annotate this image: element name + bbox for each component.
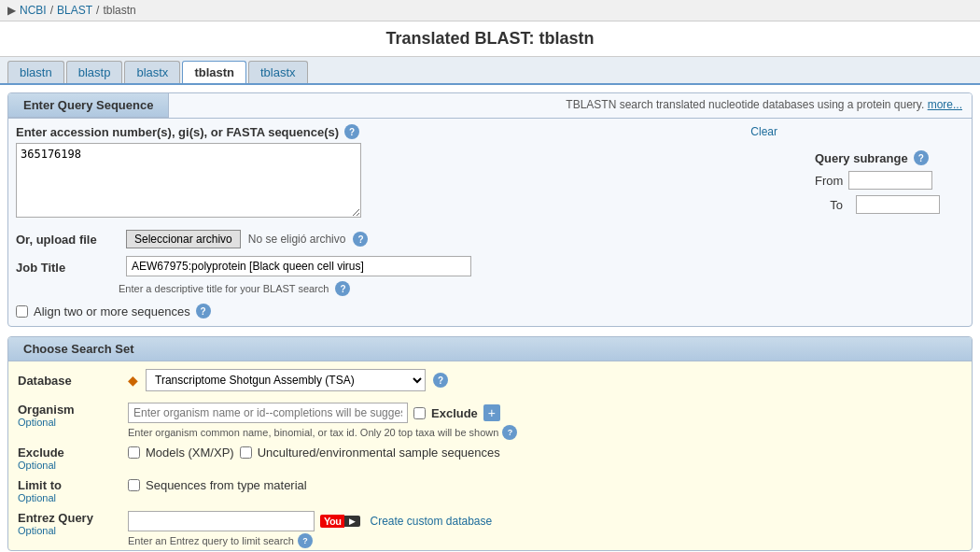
search-set-section: Choose Search Set Database ◆ Transcripto… xyxy=(7,336,973,551)
more-info-link[interactable]: more... xyxy=(928,98,962,111)
main-content: Enter Query Sequence TBLASTN search tran… xyxy=(0,85,980,552)
exclude-organism-checkbox[interactable] xyxy=(413,407,426,419)
type-material-checkbox[interactable] xyxy=(128,479,140,491)
query-section-title: Enter Query Sequence xyxy=(23,98,153,112)
top-navigation: ▶ NCBI / BLAST / tblastn xyxy=(0,0,980,21)
database-help-icon[interactable]: ? xyxy=(433,373,448,388)
organism-hint: Enter organism common name, binomial, or… xyxy=(128,427,498,438)
nav-arrow: ▶ xyxy=(7,4,16,17)
job-title-input[interactable] xyxy=(126,256,471,276)
database-row: Database ◆ Transcriptome Shotgun Assembl… xyxy=(8,361,972,399)
upload-row: Or, upload file Seleccionar archivo No s… xyxy=(8,226,972,252)
entrez-input[interactable] xyxy=(128,511,315,531)
uncultured-checkbox[interactable] xyxy=(240,446,252,459)
align-label: Align two or more sequences xyxy=(34,304,190,318)
exclude-organism-label: Exclude xyxy=(431,406,478,420)
organism-label: Organism xyxy=(18,403,120,417)
clear-link[interactable]: Clear xyxy=(750,125,777,138)
add-organism-button[interactable]: + xyxy=(483,404,500,421)
uncultured-label: Uncultured/environmental sample sequence… xyxy=(258,446,500,460)
upload-help-icon[interactable]: ? xyxy=(353,232,368,247)
nav-ncbi-link[interactable]: NCBI xyxy=(20,4,47,17)
organism-hint-icon[interactable]: ? xyxy=(502,425,517,440)
job-title-help-icon[interactable]: ? xyxy=(335,281,350,296)
youtube-text: You xyxy=(320,515,344,528)
from-input[interactable] xyxy=(848,171,932,190)
align-help-icon[interactable]: ? xyxy=(196,304,211,318)
entrez-hint: Enter an Entrez query to limit search xyxy=(128,535,294,546)
upload-label: Or, upload file xyxy=(16,233,119,247)
database-label: Database xyxy=(18,374,120,388)
query-input[interactable]: 365176198 xyxy=(16,143,361,218)
tab-tblastn[interactable]: tblastn xyxy=(182,61,246,83)
nav-current-page: tblastn xyxy=(103,4,135,17)
from-label: From xyxy=(815,174,843,188)
create-db-link[interactable]: Create custom database xyxy=(370,515,492,528)
tab-blastx[interactable]: blastx xyxy=(124,61,180,83)
to-label: To xyxy=(815,198,843,212)
limit-to-optional: Optional xyxy=(18,492,120,503)
youtube-play-icon: ▶ xyxy=(344,516,360,527)
database-select[interactable]: Transcriptome Shotgun Assembly (TSA) Hum… xyxy=(146,369,426,391)
entrez-hint-icon[interactable]: ? xyxy=(298,533,313,548)
entrez-label: Entrez Query xyxy=(18,511,120,525)
exclude-label: Exclude xyxy=(18,446,120,460)
tab-bar: blastn blastp blastx tblastn tblastx xyxy=(0,57,980,85)
models-label: Models (XM/XP) xyxy=(146,446,234,460)
subrange-help-icon[interactable]: ? xyxy=(914,150,929,165)
to-input[interactable] xyxy=(856,195,940,214)
query-section: Enter Query Sequence TBLASTN search tran… xyxy=(7,92,973,327)
query-input-label: Enter accession number(s), gi(s), or FAS… xyxy=(16,125,339,139)
align-checkbox-row: Align two or more sequences ? xyxy=(8,300,972,326)
job-title-row: Job Title xyxy=(8,252,972,280)
organism-optional-label: Optional xyxy=(18,417,120,428)
query-help-icon[interactable]: ? xyxy=(344,124,359,139)
search-set-title: Choose Search Set xyxy=(23,342,134,356)
database-diamond-icon: ◆ xyxy=(128,373,138,388)
tab-blastp[interactable]: blastp xyxy=(66,61,123,83)
page-title: Translated BLAST: tblastn xyxy=(0,21,980,57)
limit-to-label: Limit to xyxy=(18,478,120,492)
nav-blast-link[interactable]: BLAST xyxy=(57,4,92,17)
entrez-optional: Optional xyxy=(18,525,120,536)
type-material-label: Sequences from type material xyxy=(146,478,307,492)
align-checkbox[interactable] xyxy=(16,305,28,318)
tblastn-info-text: TBLASTN search translated nucleotide dat… xyxy=(566,98,924,111)
file-status: No se eligió archivo xyxy=(248,233,346,246)
exclude-optional-label: Optional xyxy=(18,460,120,471)
file-chooser-button[interactable]: Seleccionar archivo xyxy=(126,230,241,248)
job-title-hint: Enter a descriptive title for your BLAST… xyxy=(8,280,972,300)
models-checkbox[interactable] xyxy=(128,446,140,459)
tab-tblastx[interactable]: tblastx xyxy=(248,61,308,83)
job-title-label: Job Title xyxy=(16,259,119,275)
organism-input[interactable] xyxy=(128,403,408,423)
subrange-label: Query subrange xyxy=(815,151,908,165)
tab-blastn[interactable]: blastn xyxy=(7,61,64,83)
